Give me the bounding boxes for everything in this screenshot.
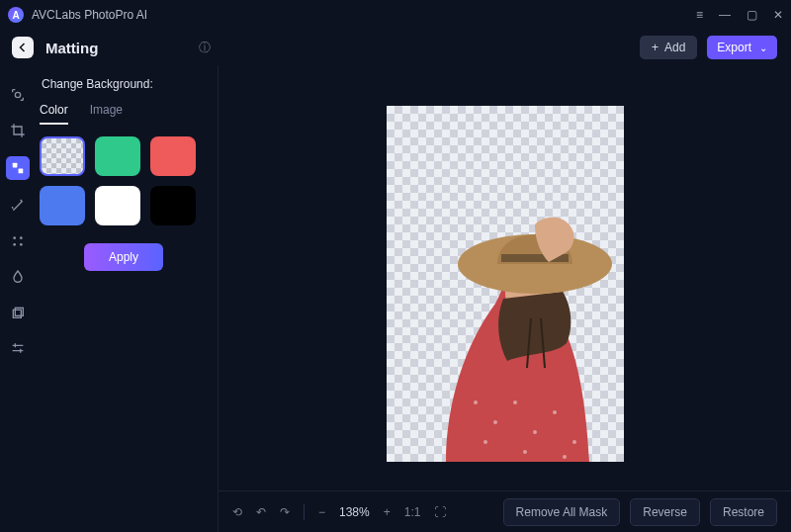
color-swatches [40,136,208,225]
minimize-icon[interactable]: — [719,8,731,22]
add-button-label: Add [664,41,685,54]
fit-screen-icon[interactable]: ⛶ [434,505,446,519]
app-logo-icon: A [8,7,24,23]
zoom-out-icon[interactable]: − [318,505,325,519]
crop-icon[interactable] [8,121,28,140]
sliders-icon[interactable] [8,338,28,358]
chevron-down-icon: ⌄ [759,43,767,53]
back-button[interactable] [12,37,34,58]
app-name: AVCLabs PhotoPro AI [32,8,147,22]
tab-color[interactable]: Color [40,103,68,125]
plus-icon: + [652,41,659,54]
subject-illustration [387,106,624,462]
page-title: Matting [45,40,98,56]
swatch-emerald[interactable] [95,136,140,176]
ratio-button[interactable]: 1:1 [404,505,421,519]
divider [304,504,305,520]
change-bg-icon[interactable] [8,85,28,105]
bg-tabs: Color Image [40,103,208,125]
reverse-button[interactable]: Reverse [630,498,700,526]
zoom-value: 138% [339,505,370,519]
svg-rect-1 [13,163,18,168]
topbar: Matting ⓘ + Add Export ⌄ [0,30,791,65]
svg-point-3 [13,236,16,239]
svg-point-17 [572,440,576,444]
bg-swap-icon[interactable] [6,156,30,180]
zoom-in-icon[interactable]: + [384,505,391,519]
remove-all-mask-button[interactable]: Remove All Mask [503,498,621,526]
svg-point-18 [483,440,487,444]
svg-point-14 [513,400,517,404]
swatch-black[interactable] [150,186,196,225]
svg-point-12 [474,400,478,404]
color-adjust-icon[interactable] [8,267,28,287]
swatch-coral[interactable] [150,136,196,176]
svg-point-19 [523,450,527,454]
svg-point-13 [493,420,497,424]
svg-point-0 [15,92,20,97]
maximize-icon[interactable]: ▢ [747,8,757,22]
close-icon[interactable]: ✕ [773,8,783,22]
titlebar: A AVCLabs PhotoPro AI ≡ — ▢ ✕ [0,0,791,30]
change-background-label: Change Background: [42,77,208,91]
redo-icon[interactable]: ↷ [280,505,290,519]
layers-icon[interactable] [8,303,28,322]
svg-point-15 [533,430,537,434]
sidebar-panel: Change Background: Color Image Apply [36,65,218,532]
svg-rect-2 [19,169,24,174]
swatch-blue[interactable] [40,186,85,225]
svg-point-16 [553,410,557,414]
svg-point-20 [563,455,567,459]
canvas-area[interactable] [219,65,791,490]
menu-icon[interactable]: ≡ [696,8,703,22]
apply-button[interactable]: Apply [84,243,163,271]
svg-rect-7 [13,310,21,317]
magic-wand-icon[interactable] [8,196,28,216]
svg-point-5 [13,243,16,246]
restore-button[interactable]: Restore [710,498,777,526]
apply-button-label: Apply [109,250,138,264]
info-icon[interactable]: ⓘ [199,40,211,56]
export-button[interactable]: Export ⌄ [707,36,777,59]
reset-icon[interactable]: ⟲ [232,505,242,519]
svg-point-6 [20,243,23,246]
swatch-white[interactable] [95,186,140,225]
image-preview[interactable] [387,106,624,462]
export-button-label: Export [717,41,751,54]
ai-tools-icon[interactable] [8,231,28,251]
bottombar: ⟲ ↶ ↷ − 138% + 1:1 ⛶ Remove All Mask Rev… [219,490,791,532]
swatch-transparent[interactable] [40,136,85,176]
svg-point-4 [20,236,23,239]
tab-image[interactable]: Image [90,103,123,125]
tool-column [0,65,36,532]
undo-icon[interactable]: ↶ [256,505,266,519]
svg-rect-8 [15,308,23,315]
add-button[interactable]: + Add [640,36,697,59]
